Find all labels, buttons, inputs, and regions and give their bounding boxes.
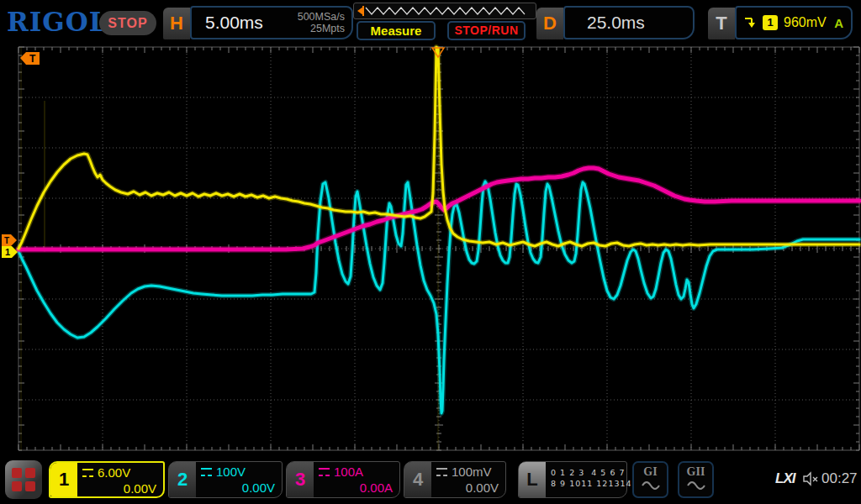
channel-3-box[interactable]: 3 100A 0.00A xyxy=(286,461,400,498)
falling-edge-icon xyxy=(744,16,757,29)
channel-4-number: 4 xyxy=(404,462,431,497)
svg-text:T: T xyxy=(4,236,9,245)
menu-grid-icon xyxy=(12,468,35,491)
generator-2-label: GII xyxy=(679,465,712,479)
channel-3-offset: 0.00A xyxy=(319,480,393,495)
lxi-logo: LXI xyxy=(775,470,795,487)
timebase-value: 5.00ms xyxy=(192,13,298,33)
timebase-box[interactable]: 5.00ms 500MSa/s 25Mpts xyxy=(190,6,353,39)
trigger-level: 960mV xyxy=(784,15,828,30)
channel-1-box[interactable]: 1 6.00V 0.00V xyxy=(49,461,165,498)
logic-analyzer-label: L xyxy=(519,462,546,497)
sine-wave-icon xyxy=(642,480,660,491)
channel-1-offset: 0.00V xyxy=(82,481,156,496)
channel-3-number: 3 xyxy=(287,462,314,497)
bottom-status-bar: 1 6.00V 0.00V 2 100V 0.00V 3 100A 0.00A … xyxy=(0,458,861,504)
channel-4-box[interactable]: 4 100mV 0.00V xyxy=(404,461,506,498)
sample-rate: 500MSa/s xyxy=(298,11,345,23)
svg-text:1: 1 xyxy=(5,247,10,257)
logic-analyzer-box[interactable]: L 0 1 2 3 4 5 6 7 8 9 1011 12131415 xyxy=(518,461,627,498)
digital-channels-row1: 0 1 2 3 4 5 6 7 xyxy=(551,467,644,478)
svg-text:T: T xyxy=(29,53,36,65)
speaker-muted-icon[interactable] xyxy=(802,471,819,486)
dc-coupling-icon xyxy=(201,468,212,476)
measure-button[interactable]: Measure xyxy=(357,21,436,40)
digital-channels-row2: 8 9 1011 12131415 xyxy=(551,478,644,489)
dc-coupling-icon xyxy=(82,469,93,477)
top-status-bar: RIGOL STOP H 5.00ms 500MSa/s 25Mpts Meas… xyxy=(0,0,861,42)
run-state-badge: STOP xyxy=(99,11,156,35)
memory-depth: 25Mpts xyxy=(298,23,345,34)
delay-value: 25.0ms xyxy=(565,8,693,38)
dc-coupling-icon xyxy=(436,468,447,476)
channel-1-scale: 6.00V xyxy=(98,465,130,480)
clock: 00:27 xyxy=(821,470,858,487)
channel-4-offset: 0.00V xyxy=(436,480,499,495)
menu-button[interactable] xyxy=(5,460,42,499)
channel-4-scale: 100mV xyxy=(452,465,492,479)
channel-2-scale: 100V xyxy=(216,465,246,479)
channel-3-scale: 100A xyxy=(334,465,363,479)
generator-2-box[interactable]: GII xyxy=(678,461,714,498)
trigger-source-badge: 1 xyxy=(763,15,778,30)
channel-2-number: 2 xyxy=(169,462,196,497)
channel-2-offset: 0.00V xyxy=(201,480,275,495)
memory-waveform-icon xyxy=(354,3,536,18)
channel-2-box[interactable]: 2 100V 0.00V xyxy=(168,461,283,498)
trigger-menu-tab[interactable]: T xyxy=(708,8,735,39)
generator-1-label: GI xyxy=(634,465,667,479)
rigol-logo: RIGOL xyxy=(7,7,108,37)
dc-coupling-icon xyxy=(319,468,330,476)
delay-menu-tab[interactable]: D xyxy=(536,8,563,39)
trigger-sweep-mode: A xyxy=(834,16,843,30)
stop-run-button[interactable]: STOP/RUN xyxy=(447,21,526,40)
waveform-display[interactable]: TT1 xyxy=(0,0,861,504)
memory-position-indicator[interactable] xyxy=(353,3,536,19)
horizontal-menu-tab[interactable]: H xyxy=(163,8,190,39)
trigger-box[interactable]: 1 960mV A xyxy=(735,6,853,39)
sine-wave-icon xyxy=(687,480,705,491)
generator-1-box[interactable]: GI xyxy=(632,461,668,498)
channel-1-number: 1 xyxy=(50,463,77,496)
delay-box[interactable]: 25.0ms xyxy=(563,6,695,39)
